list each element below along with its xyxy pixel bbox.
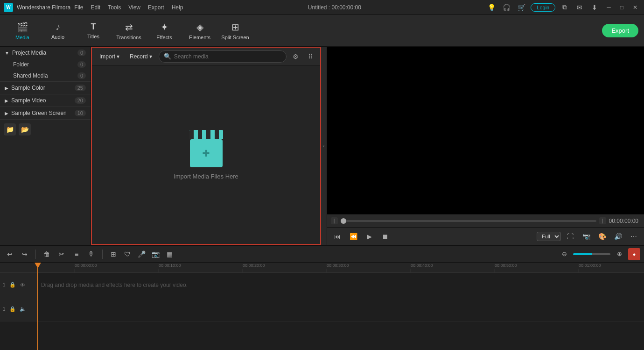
media-content[interactable]: Import Media Files Here	[92, 65, 320, 244]
redo-button[interactable]: ↪	[19, 248, 31, 260]
grid-icon[interactable]: ▦	[163, 248, 175, 260]
maximize-button[interactable]: □	[617, 3, 626, 12]
import-button[interactable]: Import ▾	[96, 52, 123, 61]
delete-button[interactable]: 🗑	[41, 248, 53, 260]
cart-icon[interactable]: 🛒	[516, 2, 527, 13]
sidebar-folder-remove[interactable]: 📂	[19, 123, 31, 136]
record-indicator[interactable]: ●	[628, 248, 640, 260]
zoom-in-button[interactable]: ⊕	[613, 248, 625, 260]
sidebar-folder-add[interactable]: 📁	[4, 123, 16, 136]
sidebar-label-sample-video: Sample Video	[11, 97, 75, 104]
out-point-button[interactable]: ]	[599, 217, 606, 224]
undo-button[interactable]: ↩	[4, 248, 16, 260]
clapper-body	[190, 139, 223, 167]
preview-controls: ⏮ ⏪ ▶ ⏹ Full ⛶ 📷 🎨 🔊 ⋯	[327, 227, 644, 245]
toolbar-elements[interactable]: ◈ Elements	[183, 17, 217, 44]
cut-button[interactable]: ✂	[56, 248, 68, 260]
import-prompt-text: Import Media Files Here	[174, 173, 238, 180]
prev-frame-button[interactable]: ⏮	[331, 230, 344, 243]
sidebar-header-sample-color[interactable]: ▶ Sample Color 25	[0, 82, 91, 94]
export-button[interactable]: Export	[602, 24, 638, 37]
sidebar-header-sample-green[interactable]: ▶ Sample Green Screen 10	[0, 107, 91, 119]
screenshot-button[interactable]: 📷	[580, 230, 593, 243]
scrubber-track[interactable]	[341, 220, 596, 222]
mute-audio-button[interactable]: 🔈	[19, 305, 27, 314]
toolbar-splitscreen-label: Split Screen	[221, 35, 249, 40]
record-chevron: ▾	[149, 53, 152, 60]
grid-view-icon[interactable]: ⠿	[304, 50, 316, 63]
color-button[interactable]: 🎨	[595, 230, 609, 243]
minimize-button[interactable]: ─	[604, 3, 614, 12]
headphone-icon[interactable]: 🎧	[501, 2, 512, 13]
toolbar-titles[interactable]: T Titles	[77, 17, 110, 44]
sidebar-header-sample-video[interactable]: ▶ Sample Video 20	[0, 94, 91, 107]
stop-button[interactable]: ⏹	[378, 230, 392, 243]
transitions-icon: ⇄	[125, 21, 133, 33]
search-input[interactable]	[174, 53, 281, 60]
sidebar-header-project-media[interactable]: ▼ Project Media 0	[0, 47, 91, 59]
close-button[interactable]: ✕	[630, 3, 640, 12]
snap-icon[interactable]: ⊞	[107, 248, 119, 260]
menu-help[interactable]: Help	[172, 4, 183, 11]
video-track-area[interactable]: Drag and drop media and effects here to …	[37, 273, 644, 297]
video-track-hint: Drag and drop media and effects here to …	[41, 282, 188, 288]
lock-track-button[interactable]: 🔒	[8, 281, 17, 289]
panel-collapse-handle[interactable]: ‹	[321, 47, 327, 245]
media-icon: 🎬	[17, 21, 28, 33]
sidebar-count-project-media: 0	[77, 50, 86, 56]
toolbar-audio[interactable]: ♪ Audio	[41, 17, 75, 44]
zoom-controls: ⊖ ⊕	[558, 248, 625, 260]
play-button[interactable]: ▶	[363, 230, 376, 243]
adjust-button[interactable]: ≡	[70, 248, 83, 260]
zoom-out-button[interactable]: ⊖	[558, 248, 570, 260]
ruler-label-3: 00:00:30:00	[327, 263, 349, 269]
volume-button[interactable]: 🔊	[611, 230, 624, 243]
zoom-slider[interactable]	[573, 253, 610, 255]
resize-icon[interactable]: ⧉	[559, 2, 570, 13]
in-point-button[interactable]: [	[331, 217, 338, 224]
scrubber-thumb[interactable]	[341, 218, 346, 224]
sidebar-count-sample-video: 20	[75, 97, 86, 104]
video-track-1: 1 🔒 👁 Drag and drop media and effects he…	[0, 273, 644, 297]
sidebar-item-shared-media[interactable]: Shared Media 0	[0, 70, 91, 81]
login-button[interactable]: Login	[531, 3, 555, 12]
camera-btn[interactable]: 📷	[149, 248, 161, 260]
search-box[interactable]: 🔍	[159, 50, 287, 63]
ruler-label-2: 00:00:20:00	[243, 263, 265, 269]
toolbar-media-label: Media	[15, 35, 29, 40]
menu-edit[interactable]: Edit	[91, 4, 101, 11]
toolbar-transitions[interactable]: ⇄ Transitions	[112, 17, 146, 44]
preview-scrubber: [ ] 00:00:00:00	[327, 214, 644, 227]
bulb-icon[interactable]: 💡	[486, 2, 497, 13]
mic-icon[interactable]: 🎤	[135, 248, 147, 260]
fullscreen-button[interactable]: ⛶	[564, 230, 577, 243]
filter-icon[interactable]: ⚙	[289, 50, 301, 63]
shield-icon[interactable]: 🛡	[121, 248, 133, 260]
hide-track-button[interactable]: 👁	[19, 281, 27, 289]
toolbar-effects[interactable]: ✦ Effects	[147, 17, 181, 44]
sidebar-arrow-sample-color: ▶	[5, 86, 8, 91]
ruler-label-4: 00:00:40:00	[411, 263, 433, 269]
frame-back-button[interactable]: ⏪	[347, 230, 360, 243]
toolbar-splitscreen[interactable]: ⊞ Split Screen	[218, 17, 252, 44]
playhead-triangle	[35, 263, 41, 268]
quality-selector[interactable]: Full	[537, 232, 561, 241]
more-button[interactable]: ⋯	[627, 230, 640, 243]
download-icon[interactable]: ⬇	[589, 2, 600, 13]
sidebar-label-sample-green: Sample Green Screen	[11, 110, 75, 116]
sidebar-count-sample-green: 10	[75, 110, 86, 116]
menu-tools[interactable]: Tools	[108, 4, 121, 11]
lock-audio-button[interactable]: 🔒	[8, 305, 17, 314]
audio-detach-button[interactable]: 🎙	[85, 248, 98, 260]
menu-view[interactable]: View	[128, 4, 140, 11]
timeline: ↩ ↪ 🗑 ✂ ≡ 🎙 ⊞ 🛡 🎤 📷 ▦ ⊖ ⊕ ●	[0, 245, 644, 350]
record-button[interactable]: Record ▾	[126, 52, 156, 61]
mail-icon[interactable]: ✉	[574, 2, 585, 13]
menu-export[interactable]: Export	[148, 4, 164, 11]
toolbar-media[interactable]: 🎬 Media	[6, 17, 39, 44]
menu-file[interactable]: File	[74, 4, 83, 11]
sidebar-item-folder[interactable]: Folder 0	[0, 59, 91, 70]
audio-track-area[interactable]	[37, 297, 644, 321]
toolbar-transitions-label: Transitions	[116, 35, 141, 40]
sidebar-arrow-sample-green: ▶	[5, 111, 8, 116]
